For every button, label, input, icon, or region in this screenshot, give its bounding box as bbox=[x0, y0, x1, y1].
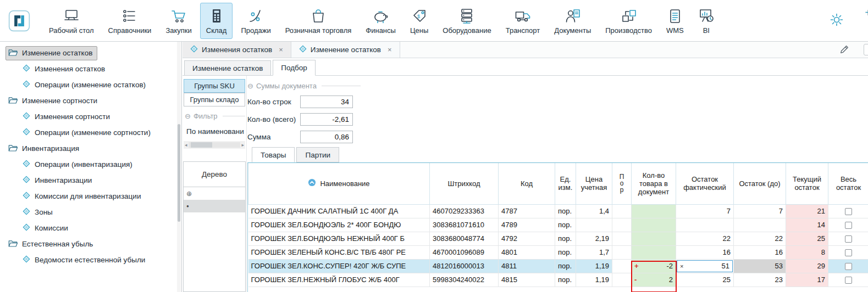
all-stock-checkbox[interactable] bbox=[845, 249, 852, 256]
close-icon[interactable]: × bbox=[279, 46, 283, 54]
cell-por[interactable] bbox=[612, 259, 632, 273]
sidebar-item-vedomosti-estestvennoy-ubyli[interactable]: Ведомости естественной убыли bbox=[0, 252, 181, 268]
product-row-selected[interactable]: ГОРОШЕК ЗЕЛ.КОНС.СУПЕР! 420Г Ж/Б СУПЕ 48… bbox=[248, 259, 868, 273]
toolbar-item-production[interactable]: Производство bbox=[599, 3, 658, 39]
toolbar-item-documents[interactable]: Документы bbox=[548, 3, 597, 39]
tab-tovary[interactable]: Товары bbox=[252, 147, 295, 162]
stock-fact-cell-editor[interactable]: × 51 bbox=[677, 260, 733, 272]
cell-qty[interactable] bbox=[632, 218, 676, 232]
sidebar-item-inventarizaciya[interactable]: Инвентаризация bbox=[0, 141, 181, 156]
sort-ascending-icon[interactable] bbox=[308, 178, 316, 188]
cell-stock-current[interactable]: 25 bbox=[786, 232, 828, 245]
total-qty-input[interactable] bbox=[300, 113, 353, 126]
col-header-barcode[interactable]: Штрихкод bbox=[430, 163, 499, 204]
cell-unit[interactable]: пор. bbox=[555, 218, 576, 232]
col-header-stock-current[interactable]: Текущий остаток bbox=[786, 163, 828, 204]
cell-name[interactable]: ГОРОШЕК ЗЕЛ.БОНДЮЭЛЬ 2* 400Г БОНДЮ bbox=[248, 218, 430, 232]
sidebar-scrollbar[interactable] bbox=[177, 42, 181, 292]
cell-stock-current[interactable]: 14 bbox=[786, 218, 828, 232]
cell-code[interactable]: 4801 bbox=[499, 245, 555, 259]
cell-stock-current[interactable]: 17 bbox=[786, 273, 828, 287]
filter-horizontal-scrollbar[interactable]: ◂ ▸ bbox=[184, 141, 245, 149]
sidebar-item-operacii-inventarizaciya[interactable]: Операции (инвентаризация) bbox=[0, 156, 181, 172]
toolbar-item-desktop[interactable]: Рабочий стол bbox=[43, 3, 100, 39]
scroll-right-icon[interactable]: ▸ bbox=[241, 142, 244, 148]
cell-por[interactable] bbox=[612, 204, 632, 218]
cell-name[interactable]: ГОРОШЕК ЗЕЛ.КОНС.СУПЕР! 420Г Ж/Б СУПЕ bbox=[248, 259, 430, 273]
tab-izmenenie-ostatkov-inner[interactable]: Изменение остатков bbox=[184, 60, 271, 75]
sidebar-item-izmeneniya-ostatkov[interactable]: Изменения остатков bbox=[0, 61, 181, 77]
cell-unit[interactable]: пор. bbox=[555, 259, 576, 273]
product-row[interactable]: ГОРОШЕК ЗЕЛ.НЕЖНЫЙ ГЛОБУС Ж/Б 400Г 59983… bbox=[248, 273, 868, 287]
collapse-icon[interactable]: ⊖ bbox=[247, 82, 253, 90]
cell-qty[interactable] bbox=[632, 204, 676, 218]
all-stock-checkbox[interactable] bbox=[845, 208, 852, 215]
sidebar-item-izmeneniya-sortnosti[interactable]: Изменения сортности bbox=[0, 109, 181, 125]
product-row[interactable]: ГОРОШЕК ДАЧНИК САЛАТНЫЙ 1С 400Г ДА 46070… bbox=[248, 204, 868, 218]
warehouse-groups-button[interactable]: Группы складо bbox=[184, 93, 245, 106]
cell-barcode[interactable]: 4812016000013 bbox=[430, 259, 499, 273]
sum-input[interactable] bbox=[300, 131, 353, 143]
cell-stock-before[interactable]: 7 bbox=[734, 204, 786, 218]
cell-code[interactable]: 4811 bbox=[499, 259, 555, 273]
cell-stock-fact[interactable]: 22 bbox=[676, 232, 734, 245]
tab-partii[interactable]: Партии bbox=[296, 147, 339, 162]
col-header-stock-fact[interactable]: Остаток фактический bbox=[676, 163, 734, 204]
col-header-code[interactable]: Код bbox=[499, 163, 555, 204]
sidebar-item-operacii-izmenenie-ostatkov[interactable]: Операции (изменение остатков) bbox=[0, 77, 181, 93]
cell-stock-fact[interactable]: 16 bbox=[676, 245, 734, 259]
cell-name[interactable]: ГОРОШЕК ЗЕЛЕНЫЙ КОНС.В/С ТВ/Б 480Г РЕ bbox=[248, 245, 430, 259]
sidebar-item-zony[interactable]: Зоны bbox=[0, 204, 181, 220]
cell-barcode[interactable]: 4670001096089 bbox=[430, 245, 499, 259]
cell-code[interactable]: 4787 bbox=[499, 204, 555, 218]
sidebar-item-estestvennaya-ubyl[interactable]: Естественная убыль bbox=[0, 236, 181, 252]
product-row[interactable]: ГОРОШЕК ЗЕЛ.БОНДЮЭЛЬ 2* 400Г БОНДЮ 30836… bbox=[248, 218, 868, 232]
col-header-unit[interactable]: Ед. изм. bbox=[555, 163, 576, 204]
tab-podbor[interactable]: Подбор bbox=[273, 60, 316, 76]
cell-price[interactable] bbox=[576, 218, 612, 232]
toolbar-item-equipment[interactable]: Оборудование bbox=[436, 3, 497, 39]
toolbar-item-sales[interactable]: Продажи bbox=[235, 3, 277, 39]
cell-stock-current[interactable]: 21 bbox=[786, 204, 828, 218]
cell-por[interactable] bbox=[612, 232, 632, 245]
cell-name[interactable]: ГОРОШЕК ЗЕЛ.НЕЖНЫЙ ГЛОБУС Ж/Б 400Г bbox=[248, 273, 430, 287]
cell-stock-fact[interactable]: × 51 bbox=[676, 259, 734, 273]
product-row[interactable]: ГОРОШЕК ЗЕЛ.БОНДЮЭЛЬ НЕЖНЫЙ 400Г Б 30836… bbox=[248, 232, 868, 245]
cell-por[interactable] bbox=[612, 218, 632, 232]
all-stock-checkbox[interactable] bbox=[845, 235, 852, 243]
product-row[interactable]: ГОРОШЕК ЗЕЛЕНЫЙ КОНС.В/С ТВ/Б 480Г РЕ 46… bbox=[248, 245, 868, 259]
toolbar-item-references[interactable]: Справочники bbox=[102, 3, 158, 39]
tab-izmenenie-ostatkov[interactable]: Изменение остатков × bbox=[291, 42, 400, 58]
settings-sun-icon[interactable] bbox=[828, 12, 845, 30]
edit-pencil-icon[interactable] bbox=[839, 44, 849, 56]
sidebar-item-izmenenie-sortnosti[interactable]: Изменение сортности bbox=[0, 93, 181, 109]
col-header-stock-before[interactable]: Остаток (до) bbox=[734, 163, 786, 204]
all-stock-checkbox[interactable] bbox=[845, 222, 852, 229]
toolbar-item-finance[interactable]: Финансы bbox=[360, 3, 402, 39]
scrollbar-track[interactable] bbox=[189, 142, 241, 148]
cell-qty[interactable] bbox=[632, 232, 676, 245]
toolbar-item-wms[interactable]: WMS bbox=[660, 3, 690, 39]
sidebar-item-inventarizacii[interactable]: Инвентаризации bbox=[0, 172, 181, 188]
toolbar-item-transport[interactable]: Транспорт bbox=[500, 3, 546, 39]
toolbar-item-bi[interactable]: BI bbox=[692, 3, 721, 39]
sidebar-item-komissii-dlya-inventarizacii[interactable]: Комиссии для инвентаризации bbox=[0, 188, 181, 204]
cell-qty[interactable]: +-2 bbox=[632, 259, 676, 273]
scrollbar-thumb[interactable] bbox=[191, 142, 213, 148]
add-icon[interactable]: + bbox=[865, 7, 868, 19]
app-logo[interactable] bbox=[7, 8, 32, 33]
cell-qty[interactable]: -2 bbox=[632, 273, 676, 287]
scroll-left-icon[interactable]: ◂ bbox=[185, 142, 187, 148]
cell-stock-fact[interactable]: 7 bbox=[676, 204, 734, 218]
cell-stock-before[interactable] bbox=[734, 218, 786, 232]
cell-unit[interactable]: пор. bbox=[555, 273, 576, 287]
all-stock-checkbox[interactable] bbox=[845, 263, 852, 270]
scrollbar-thumb[interactable] bbox=[178, 124, 180, 222]
cell-barcode[interactable]: 5998304240022 bbox=[430, 273, 499, 287]
cell-barcode[interactable]: 3083681071610 bbox=[430, 218, 499, 232]
cell-stock-current[interactable]: 29 bbox=[786, 259, 828, 273]
row-count-input[interactable] bbox=[300, 96, 353, 108]
cell-stock-fact[interactable] bbox=[676, 218, 734, 232]
cell-stock-before[interactable]: 22 bbox=[734, 232, 786, 245]
cell-stock-fact[interactable]: 25 bbox=[676, 273, 734, 287]
